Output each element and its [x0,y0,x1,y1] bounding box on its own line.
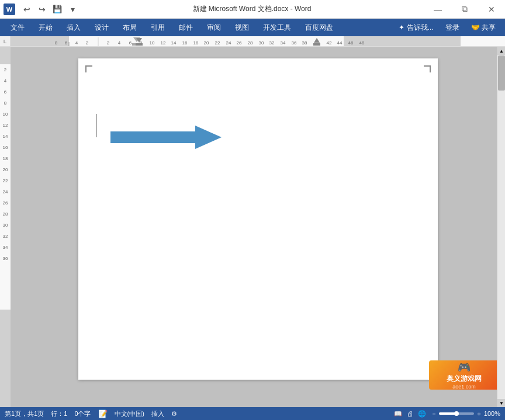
svg-text:22: 22 [215,40,220,46]
redo-button[interactable]: ↪ [35,2,49,16]
svg-text:26: 26 [3,200,8,206]
char-count: 0个字 [74,409,91,418]
svg-text:36: 36 [3,256,8,261]
svg-text:2: 2 [4,67,7,72]
read-mode-button[interactable]: 📖 [394,410,402,418]
svg-text:14: 14 [171,40,177,46]
tell-me-button[interactable]: ✦ 告诉我... [394,20,438,35]
menu-insert[interactable]: 插入 [61,20,87,35]
zoom-slider[interactable]: － ＋ 100% [431,409,500,418]
scroll-thumb[interactable] [498,55,505,91]
svg-text:8: 8 [4,100,7,106]
svg-text:30: 30 [3,223,8,228]
horizontal-ruler: 8 6 4 2 2 4 6 8 10 12 14 16 18 20 22 24 … [11,36,505,47]
menu-mailings[interactable]: 邮件 [173,20,199,35]
menu-file[interactable]: 文件 [5,20,30,35]
ruler-corner: L [0,36,11,47]
svg-text:32: 32 [3,234,8,239]
minimize-button[interactable]: — [424,0,451,19]
svg-text:36: 36 [292,40,297,46]
menu-references[interactable]: 引用 [145,20,171,35]
share-button[interactable]: 🤝 共享 [466,20,500,35]
svg-rect-35 [136,43,143,46]
svg-rect-40 [0,310,11,407]
save-button[interactable]: 💾 [50,2,64,16]
document-page [78,58,438,380]
watermark-badge: 🎮 奥义游戏网 aoe1.com [429,360,499,390]
menu-layout[interactable]: 布局 [117,20,143,35]
svg-text:44: 44 [337,40,343,46]
svg-text:42: 42 [327,40,332,46]
document-canvas[interactable]: 🎮 奥义游戏网 aoe1.com [11,47,505,407]
zoom-level: 100% [484,410,500,417]
scroll-up-button[interactable]: ▲ [497,47,505,55]
quick-access-dropdown[interactable]: ▾ [65,2,79,16]
svg-text:4: 4 [75,40,78,46]
menu-review[interactable]: 审阅 [201,20,227,35]
track-changes-icon[interactable]: ⚙ [171,410,177,418]
row-info: 行：1 [51,409,67,418]
svg-text:24: 24 [226,40,231,46]
watermark-icon: 🎮 [458,361,471,374]
svg-text:26: 26 [237,40,242,46]
svg-text:16: 16 [3,145,8,150]
document-title: 新建 Microsoft Word 文档.docx - Word [79,4,424,14]
zoom-out-icon[interactable]: － [431,409,437,418]
svg-rect-37 [313,43,320,46]
menu-baidu[interactable]: 百度网盘 [299,20,339,35]
menu-view[interactable]: 视图 [229,20,255,35]
insert-mode[interactable]: 插入 [151,409,164,418]
menu-home[interactable]: 开始 [33,20,58,35]
title-bar-left: W ↩ ↪ 💾 ▾ [0,2,79,16]
arrow-shape[interactable] [110,126,222,149]
close-button[interactable]: ✕ [478,0,505,19]
watermark-url: aoe1.com [452,384,476,390]
login-button[interactable]: 登录 [441,20,464,35]
svg-text:22: 22 [3,178,8,183]
svg-text:48: 48 [359,40,365,46]
undo-button[interactable]: ↩ [20,2,34,16]
svg-text:32: 32 [269,40,275,46]
scroll-down-button[interactable]: ▼ [497,399,505,407]
status-right-group: 📖 🖨 🌐 － ＋ 100% [394,409,500,418]
svg-marker-36 [314,38,320,43]
svg-text:20: 20 [204,40,209,46]
svg-text:4: 4 [4,78,7,84]
svg-text:34: 34 [3,245,8,250]
svg-text:18: 18 [3,156,8,161]
page-corner-tr [424,65,431,72]
ruler-container: L 8 6 4 2 2 4 [0,36,505,47]
arrow-body [110,131,201,143]
ribbon-right-actions: ✦ 告诉我... 登录 🤝 共享 [394,20,500,35]
ribbon-tab-bar: 文件 开始 插入 设计 布局 引用 邮件 审阅 视图 开发工具 百度网盘 ✦ 告… [0,19,505,36]
svg-text:2: 2 [107,40,110,46]
svg-text:6: 6 [129,40,132,46]
svg-text:10: 10 [3,112,8,117]
quick-access-toolbar: ↩ ↪ 💾 ▾ [18,2,79,16]
status-bar: 第1页，共1页 行：1 0个字 📝 中文(中国) 插入 ⚙ 📖 🖨 🌐 － ＋ … [0,407,505,420]
svg-text:10: 10 [150,40,155,46]
print-layout-button[interactable]: 🖨 [407,410,413,417]
window-controls: — ⧉ ✕ [424,0,505,19]
svg-rect-38 [0,47,11,64]
arrow-head [195,126,222,149]
menu-developer[interactable]: 开发工具 [257,20,297,35]
svg-text:30: 30 [259,40,264,46]
svg-text:28: 28 [3,211,8,217]
svg-text:18: 18 [193,40,199,46]
zoom-in-icon[interactable]: ＋ [476,409,482,418]
language[interactable]: 中文(中国) [115,409,144,418]
svg-text:28: 28 [248,40,253,46]
proofing-icon[interactable]: 📝 [98,409,108,418]
page-count: 第1页，共1页 [5,409,44,418]
svg-text:46: 46 [348,40,354,46]
svg-text:16: 16 [182,40,188,46]
menu-design[interactable]: 设计 [89,20,115,35]
restore-button[interactable]: ⧉ [451,0,478,19]
ruler-numbers: 8 6 4 2 2 4 6 8 10 12 14 16 18 20 22 24 … [11,37,505,47]
svg-text:2: 2 [86,40,89,46]
svg-text:4: 4 [118,40,121,46]
svg-text:8: 8 [55,40,58,46]
web-layout-button[interactable]: 🌐 [418,410,426,418]
vertical-scrollbar[interactable]: ▲ ▼ [497,47,505,407]
